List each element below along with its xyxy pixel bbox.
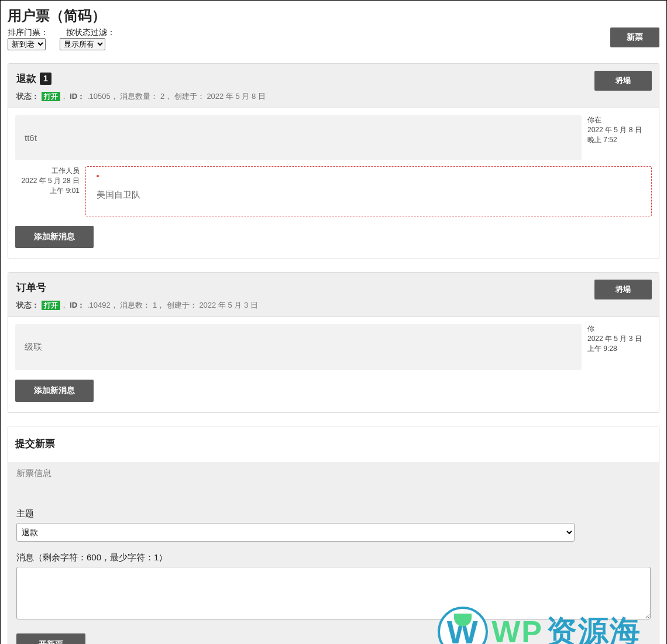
message-author: 工作人员 — [51, 167, 80, 175]
message-body: 美国自卫队 — [97, 190, 140, 199]
ticket-header: 退款 1 坍塌 状态： 打开， ID： .10505， 消息数量： 2， 创建于… — [8, 64, 659, 108]
status-label: 状态： — [16, 301, 39, 309]
ticket-id: .10492 — [87, 301, 111, 309]
message-time: 上午 9:01 — [50, 187, 80, 195]
collapse-button[interactable]: 坍塌 — [594, 280, 652, 299]
ticket-card: 退款 1 坍塌 状态： 打开， ID： .10505， 消息数量： 2， 创建于… — [8, 63, 659, 259]
collapse-button[interactable]: 坍塌 — [594, 71, 652, 91]
add-message-button[interactable]: 添加新消息 — [15, 226, 94, 248]
message-meta: 你在 2022 年 5 月 8 日 晚上 7:52 — [587, 115, 652, 160]
created-label: 创建于： — [174, 92, 205, 101]
new-ticket-info-label: 新票信息 — [16, 468, 651, 479]
page-title: 用户票（简码） — [8, 6, 659, 25]
unread-badge: 1 — [40, 73, 51, 85]
ticket-title: 订单号 — [16, 281, 46, 294]
ticket-card: 订单号 坍塌 状态： 打开， ID： .10492， 消息数： 1， 创建于： … — [8, 272, 659, 413]
id-label: ID： — [70, 92, 85, 101]
submit-ticket-title: 提交新票 — [15, 433, 62, 454]
message-meta: 工作人员 2022 年 5 月 28 日 上午 9:01 — [15, 166, 80, 216]
status-value: 打开 — [42, 301, 60, 310]
message-date: 2022 年 5 月 8 日 — [587, 126, 642, 134]
msgcount-value: 1 — [153, 301, 157, 309]
message-textarea[interactable] — [16, 567, 651, 619]
ticket-meta: 状态： 打开， ID： .10505， 消息数量： 2， 创建于： 2022 年… — [16, 91, 651, 102]
msgcount-value: 2 — [160, 92, 164, 101]
message-meta: 你 2022 年 5 月 3 日 上午 9:28 — [587, 324, 652, 370]
subject-select[interactable]: 退款 — [16, 523, 575, 542]
msgcount-label: 消息数量： — [120, 92, 158, 101]
message-time: 上午 9:28 — [587, 345, 617, 353]
new-ticket-button[interactable]: 新票 — [610, 27, 659, 47]
submit-ticket-section: 提交新票 新票信息 主题 退款 消息（剩余字符：600，最少字符：1） 开新票 … — [8, 426, 659, 644]
filter-bar: 排序门票： 按状态过滤： 新到老 显示所有 — [8, 27, 119, 50]
subject-label: 主题 — [16, 508, 651, 519]
status-value: 打开 — [42, 92, 60, 101]
open-ticket-button[interactable]: 开新票 — [16, 633, 85, 644]
created-label: 创建于： — [167, 301, 197, 309]
message-time: 晚上 7:52 — [587, 136, 617, 144]
status-filter-label: 按状态过滤： — [66, 27, 115, 37]
created-value: 2022 年 5 月 3 日 — [199, 301, 257, 309]
staff-message-bubble: 美国自卫队 — [85, 166, 652, 216]
ticket-title: 退款 — [16, 72, 36, 85]
message-bubble: 级联 — [15, 324, 582, 370]
ticket-meta: 状态： 打开， ID： .10492， 消息数： 1， 创建于： 2022 年 … — [16, 300, 651, 311]
indicator-dot-icon — [97, 175, 99, 177]
message-bubble: tt6t — [15, 115, 582, 160]
message-date: 2022 年 5 月 3 日 — [587, 335, 642, 343]
message-author: 你 — [587, 325, 594, 333]
created-value: 2022 年 5 月 8 日 — [207, 92, 265, 101]
ticket-id: .10505 — [87, 92, 111, 101]
message-label: 消息（剩余字符：600，最少字符：1） — [16, 552, 651, 563]
status-label: 状态： — [16, 92, 39, 101]
msgcount-label: 消息数： — [120, 301, 150, 309]
status-filter-select[interactable]: 显示所有 — [60, 38, 105, 50]
message-date: 2022 年 5 月 28 日 — [22, 177, 80, 185]
add-message-button[interactable]: 添加新消息 — [15, 380, 94, 402]
message-author: 你在 — [587, 116, 601, 124]
ticket-header: 订单号 坍塌 状态： 打开， ID： .10492， 消息数： 1， 创建于： … — [8, 273, 659, 317]
id-label: ID： — [70, 301, 85, 309]
sort-select[interactable]: 新到老 — [8, 38, 46, 50]
sort-label: 排序门票： — [8, 27, 49, 37]
